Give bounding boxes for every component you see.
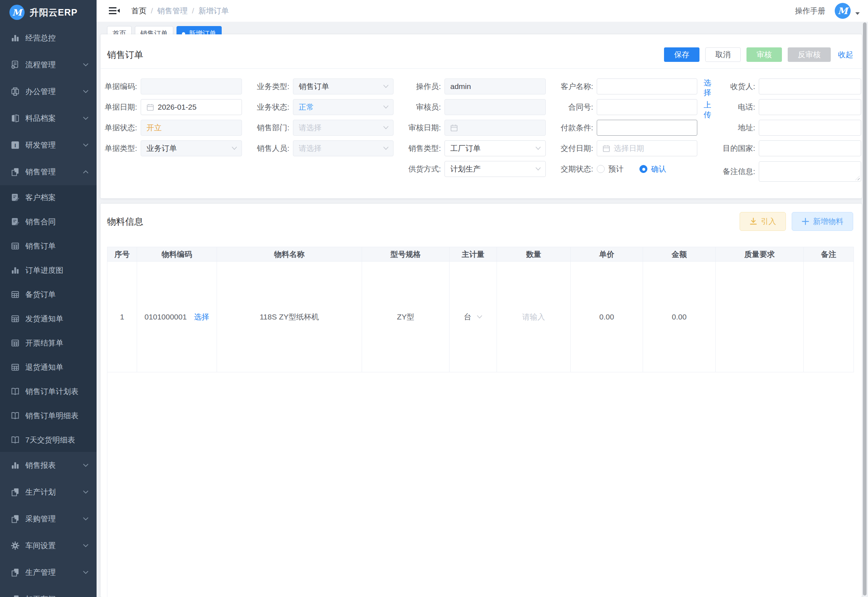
unit-select[interactable]: 台 bbox=[464, 312, 483, 322]
sidebar-item-料品档案[interactable]: 料品档案 bbox=[0, 105, 96, 132]
doc-code-input[interactable] bbox=[141, 79, 242, 94]
sidebar-item-订单进度图[interactable]: 订单进度图 bbox=[0, 258, 96, 282]
delivery-status-radio-label[interactable]: 确认 bbox=[651, 164, 666, 174]
sidebar-item-生产计划[interactable]: 生产计划 bbox=[0, 479, 96, 505]
sales-dept-select[interactable]: 请选择 bbox=[293, 120, 394, 136]
table-icon bbox=[11, 242, 19, 250]
sidebar-item-加工车间[interactable]: 加工车间 bbox=[0, 586, 96, 597]
doc-date-input[interactable]: 2026-01-25 bbox=[141, 99, 242, 115]
sidebar-item-退货通知单[interactable]: 退货通知单 bbox=[0, 355, 96, 379]
consignee-control bbox=[759, 79, 861, 94]
form-row-biz-type: 业务类型:销售订单 bbox=[253, 79, 394, 94]
sidebar-item-销售订单计划表[interactable]: 销售订单计划表 bbox=[0, 379, 96, 404]
tab-销售订单[interactable]: 销售订单 bbox=[135, 26, 173, 34]
sidebar-item-流程管理[interactable]: 流程管理 bbox=[0, 51, 96, 78]
sidebar-item-发货通知单[interactable]: 发货通知单 bbox=[0, 306, 96, 331]
payment-terms-control bbox=[597, 120, 697, 136]
audit-date-input[interactable] bbox=[444, 120, 546, 136]
tab-首页[interactable]: 首页 bbox=[107, 26, 132, 34]
brand-logo-icon: M bbox=[9, 5, 25, 20]
sidebar-item-采购管理[interactable]: 采购管理 bbox=[0, 505, 96, 532]
doc-status-input[interactable]: 开立 bbox=[141, 120, 242, 136]
delivery-status-radio-label[interactable]: 预计 bbox=[608, 164, 624, 174]
customer-name-input[interactable] bbox=[597, 79, 697, 94]
breadcrumb-item-销售管理[interactable]: 销售管理 bbox=[157, 6, 188, 16]
collapse-link[interactable]: 收起 bbox=[838, 50, 853, 60]
table-icon bbox=[11, 363, 19, 371]
price-cell-value[interactable]: 0.00 bbox=[599, 313, 614, 321]
dest-country-input[interactable] bbox=[759, 140, 861, 156]
audit-button[interactable]: 审核 bbox=[747, 48, 782, 62]
sidebar-item-销售报表[interactable]: 销售报表 bbox=[0, 452, 96, 479]
tab-label: 销售订单 bbox=[140, 29, 168, 34]
breadcrumb: 首页/销售管理/新增订单 bbox=[131, 6, 229, 16]
sidebar-item-7天交货明细表[interactable]: 7天交货明细表 bbox=[0, 428, 96, 452]
chevron-down-icon bbox=[383, 126, 389, 129]
manual-link[interactable]: 操作手册 bbox=[795, 6, 825, 16]
delivery-status-radio-确认[interactable] bbox=[640, 165, 647, 173]
import-button[interactable]: 引入 bbox=[740, 212, 786, 231]
doc-type-select[interactable]: 业务订单 bbox=[141, 140, 242, 156]
customer-select-link[interactable]: 选 择 bbox=[702, 78, 712, 97]
column-header-型号规格: 型号规格 bbox=[362, 247, 450, 261]
remark-cell[interactable] bbox=[804, 261, 854, 372]
sales-type-select[interactable]: 工厂订单 bbox=[444, 140, 546, 156]
sidebar-item-label: 经营总控 bbox=[25, 33, 56, 43]
remark-info-textarea[interactable] bbox=[759, 161, 861, 182]
operator-input[interactable]: admin bbox=[444, 79, 546, 94]
payment-terms-input[interactable] bbox=[597, 120, 697, 136]
sidebar-item-车间设置[interactable]: 车间设置 bbox=[0, 532, 96, 559]
pages-icon bbox=[11, 168, 19, 176]
gear-icon bbox=[11, 541, 19, 550]
auditor-input[interactable] bbox=[444, 99, 546, 115]
add-material-button[interactable]: 新增物料 bbox=[792, 212, 853, 231]
qty-cell[interactable]: 请输入 bbox=[497, 261, 571, 372]
material-select-link[interactable]: 选择 bbox=[194, 313, 209, 321]
chevron-down-icon bbox=[477, 315, 483, 319]
sidebar-item-销售订单明细表[interactable]: 销售订单明细表 bbox=[0, 404, 96, 428]
sales-person-select[interactable]: 请选择 bbox=[293, 140, 394, 156]
biz-type-value: 销售订单 bbox=[299, 82, 329, 92]
consignee-input[interactable] bbox=[759, 79, 861, 94]
form-row-delivery-date: 交付日期:选择日期 bbox=[560, 140, 697, 156]
quality-cell[interactable] bbox=[716, 261, 804, 372]
customer-upload-link[interactable]: 上 传 bbox=[702, 100, 712, 119]
unaudit-button[interactable]: 反审核 bbox=[788, 48, 831, 62]
form-row-delivery-status: 交期状态:预计确认 bbox=[560, 161, 697, 177]
sidebar-item-开票结算单[interactable]: 开票结算单 bbox=[0, 331, 96, 355]
sidebar-item-研发管理[interactable]: I研发管理 bbox=[0, 132, 96, 159]
sidebar-item-备货订单[interactable]: 备货订单 bbox=[0, 282, 96, 306]
delivery-status-radio-预计[interactable] bbox=[597, 165, 605, 173]
sidebar-item-办公管理[interactable]: 办公管理 bbox=[0, 78, 96, 105]
sidebar-item-销售订单[interactable]: 销售订单 bbox=[0, 234, 96, 258]
sidebar-item-label: 采购管理 bbox=[25, 514, 56, 524]
sidebar-item-label: 流程管理 bbox=[25, 60, 56, 70]
price-cell[interactable]: 0.00 bbox=[571, 261, 643, 372]
address-input[interactable] bbox=[759, 120, 861, 136]
sidebar-item-客户档案[interactable]: 客户档案 bbox=[0, 185, 96, 209]
user-avatar[interactable]: M bbox=[835, 3, 851, 19]
operator-label: 操作员: bbox=[406, 82, 444, 92]
tab-新增订单[interactable]: 新增订单 bbox=[176, 26, 222, 34]
sidebar-item-销售合同[interactable]: 销售合同 bbox=[0, 209, 96, 234]
save-button[interactable]: 保存 bbox=[664, 48, 699, 62]
sidebar-item-经营总控[interactable]: 经营总控 bbox=[0, 25, 96, 51]
doc-status-label: 单据状态: bbox=[101, 123, 141, 133]
biz-status-select[interactable]: 正常 bbox=[293, 99, 394, 115]
user-menu-caret-icon[interactable] bbox=[855, 12, 860, 15]
chevron-down-icon bbox=[83, 143, 89, 147]
calendar-icon bbox=[603, 145, 610, 152]
sidebar-item-销售管理[interactable]: 销售管理 bbox=[0, 159, 96, 185]
research-icon: I bbox=[11, 141, 19, 149]
sidebar-item-生产管理[interactable]: 生产管理 bbox=[0, 559, 96, 586]
biz-type-select[interactable]: 销售订单 bbox=[293, 79, 394, 94]
qty-cell-value[interactable]: 请输入 bbox=[522, 313, 545, 321]
breadcrumb-item-首页[interactable]: 首页 bbox=[131, 6, 147, 16]
phone-input[interactable] bbox=[759, 99, 861, 115]
vertical-scrollbar-thumb[interactable] bbox=[863, 22, 867, 596]
supply-mode-select[interactable]: 计划生产 bbox=[444, 161, 546, 177]
delivery-date-input[interactable]: 选择日期 bbox=[597, 140, 697, 156]
cancel-button[interactable]: 取消 bbox=[705, 48, 741, 62]
contract-no-input[interactable] bbox=[597, 99, 697, 115]
sidebar-collapse-icon[interactable] bbox=[109, 7, 120, 15]
